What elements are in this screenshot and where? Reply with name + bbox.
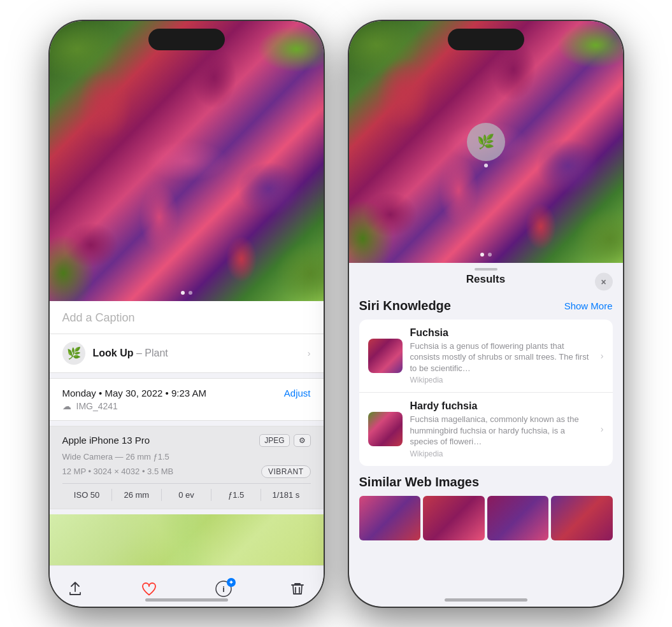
hardy-fuchsia-name: Hardy fuchsia	[410, 400, 593, 412]
visual-search-dot	[484, 164, 488, 167]
fuchsia-text: Fuchsia Fuchsia is a genus of flowering …	[410, 327, 593, 385]
mp-row: 12 MP • 3024 × 4032 • 3.5 MB VIBRANT	[62, 465, 311, 478]
dynamic-island	[148, 29, 225, 50]
share-button[interactable]	[62, 576, 88, 602]
similar-web-images-title: Similar Web Images	[359, 467, 613, 496]
phone-1-screen: Add a Caption 🌿 Look Up – Plant › Monday…	[50, 21, 324, 607]
mp-info: 12 MP • 3024 × 4032 • 3.5 MB	[62, 467, 174, 476]
results-title: Results	[466, 273, 505, 286]
caption-placeholder[interactable]: Add a Caption	[62, 311, 135, 324]
camera-section: Apple iPhone 13 Pro JPEG ⚙ Wide Camera —…	[50, 426, 324, 509]
lookup-icon-circle: 🌿	[62, 342, 85, 365]
knowledge-item-hardy-fuchsia[interactable]: Hardy fuchsia Fuchsia magellanica, commo…	[359, 393, 613, 466]
fuchsia-desc: Fuchsia is a genus of flowering plants t…	[410, 341, 593, 374]
show-more-button[interactable]: Show More	[564, 300, 613, 311]
home-indicator-2	[445, 598, 527, 602]
leaf-icon: 🌿	[67, 346, 81, 360]
knowledge-card: Fuchsia Fuchsia is a genus of flowering …	[359, 320, 613, 466]
fuchsia-thumbnail	[368, 339, 403, 373]
fuchsia-name: Fuchsia	[410, 327, 593, 339]
hardy-fuchsia-desc: Fuchsia magellanica, commonly known as t…	[410, 414, 593, 447]
favorite-button[interactable]	[136, 576, 162, 602]
chevron-right-icon-2: ›	[601, 424, 604, 434]
hardy-fuchsia-source: Wikipedia	[410, 449, 593, 458]
photo-date: Monday • May 30, 2022 • 9:23 AM	[62, 388, 206, 398]
dot-1	[181, 291, 185, 295]
map-preview[interactable]	[50, 514, 324, 565]
similar-image-3[interactable]	[487, 496, 549, 540]
similar-images-row	[359, 496, 613, 540]
cloud-icon: ☁	[62, 401, 71, 411]
lookup-label: Look Up – Plant	[93, 348, 168, 359]
camera-badges: JPEG ⚙	[259, 434, 310, 447]
phone-2-screen: 🌿 Results × Siri Knowledge Show More	[349, 21, 623, 607]
settings-badge: ⚙	[294, 434, 311, 447]
jpeg-badge: JPEG	[259, 434, 289, 447]
similar-image-2[interactable]	[423, 496, 485, 540]
similar-image-1[interactable]	[359, 496, 421, 540]
info-button[interactable]: i ✦	[211, 576, 236, 602]
camera-model: Apple iPhone 13 Pro	[62, 435, 150, 446]
lens-info: Wide Camera — 26 mm ƒ1.5	[62, 452, 311, 461]
chevron-right-icon: ›	[308, 348, 311, 358]
fuchsia-source: Wikipedia	[410, 376, 593, 384]
date-row: Monday • May 30, 2022 • 9:23 AM Adjust	[62, 388, 311, 398]
photo-dots-indicator	[181, 291, 192, 295]
siri-knowledge-title: Siri Knowledge	[359, 299, 451, 313]
phone-1: Add a Caption 🌿 Look Up – Plant › Monday…	[50, 21, 324, 607]
filename-row: ☁ IMG_4241	[62, 401, 311, 411]
lookup-row[interactable]: 🌿 Look Up – Plant ›	[50, 334, 324, 373]
knowledge-item-fuchsia[interactable]: Fuchsia Fuchsia is a genus of flowering …	[359, 320, 613, 393]
dynamic-island-2	[448, 29, 524, 50]
hardy-fuchsia-text: Hardy fuchsia Fuchsia magellanica, commo…	[410, 400, 593, 458]
visual-search-button[interactable]: 🌿	[467, 123, 505, 161]
adjust-button[interactable]: Adjust	[284, 388, 311, 398]
camera-row: Apple iPhone 13 Pro JPEG ⚙	[62, 434, 311, 447]
photo-info-panel: Add a Caption 🌿 Look Up – Plant › Monday…	[50, 301, 324, 565]
chevron-right-icon: ›	[601, 351, 604, 361]
results-content: Siri Knowledge Show More Fuchsia Fuchsia…	[349, 293, 623, 540]
phone-2: 🌿 Results × Siri Knowledge Show More	[349, 21, 623, 607]
photo-display-2[interactable]: 🌿	[349, 21, 623, 263]
dot-1	[480, 253, 484, 257]
dot-2	[488, 253, 492, 257]
photo-display[interactable]	[50, 21, 324, 301]
exif-iso: ISO 50	[62, 489, 112, 501]
photo-dots-2	[480, 253, 492, 257]
results-panel: Results × Siri Knowledge Show More Fuchs…	[349, 263, 623, 540]
close-button[interactable]: ×	[595, 272, 613, 290]
map-overlay	[50, 514, 324, 565]
siri-knowledge-header: Siri Knowledge Show More	[359, 293, 613, 320]
dot-2	[189, 291, 192, 295]
exif-ev: 0 ev	[162, 489, 211, 501]
exif-row: ISO 50 26 mm 0 ev ƒ1.5 1/181 s	[62, 483, 311, 501]
home-indicator	[145, 598, 228, 602]
filename: IMG_4241	[76, 401, 118, 411]
caption-area[interactable]: Add a Caption	[50, 301, 324, 334]
vibrant-badge: VIBRANT	[261, 465, 311, 478]
exif-shutter: 1/181 s	[261, 489, 310, 501]
drag-handle[interactable]	[475, 268, 497, 271]
similar-image-4[interactable]	[551, 496, 613, 540]
exif-aperture: ƒ1.5	[211, 489, 261, 501]
svg-text:i: i	[222, 584, 225, 594]
results-header: Results ×	[349, 263, 623, 293]
meta-section: Monday • May 30, 2022 • 9:23 AM Adjust ☁…	[50, 378, 324, 421]
exif-focal: 26 mm	[112, 489, 162, 501]
delete-button[interactable]	[285, 576, 310, 602]
hardy-fuchsia-thumbnail	[368, 412, 403, 446]
